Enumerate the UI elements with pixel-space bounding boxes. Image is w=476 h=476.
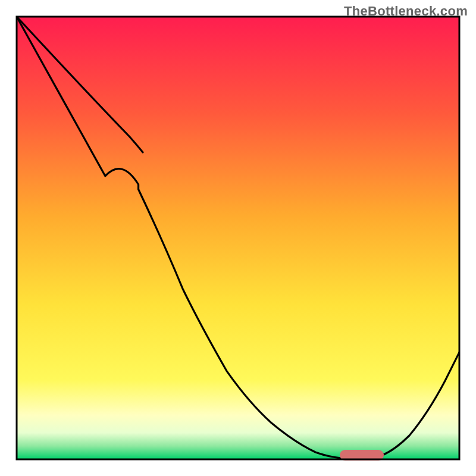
attribution-label: TheBottleneck.com [344,4,468,19]
gradient-background [17,17,459,459]
chart-svg [0,0,476,476]
chart-canvas: TheBottleneck.com [0,0,476,476]
